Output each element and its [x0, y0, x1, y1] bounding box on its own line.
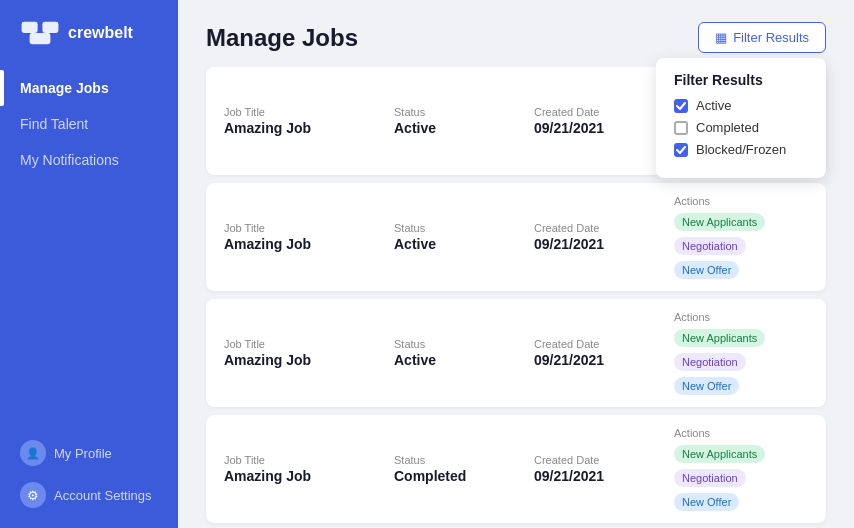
actions-label: Actions — [674, 195, 808, 207]
avatar-icon: 👤 — [20, 440, 46, 466]
status-label: Status — [394, 338, 534, 350]
job-title-value: Amazing Job — [224, 236, 394, 252]
my-profile-item[interactable]: 👤 My Profile — [12, 436, 166, 470]
job-actions-field: Actions New ApplicantsNegotiationNew Off… — [674, 311, 808, 395]
badge-new-offer[interactable]: New Offer — [674, 261, 739, 279]
filter-icon: ▦ — [715, 30, 727, 45]
date-label: Created Date — [534, 106, 674, 118]
sidebar-item-label: My Notifications — [20, 152, 119, 168]
filter-checkbox-completed[interactable] — [674, 121, 688, 135]
badge-negotiation[interactable]: Negotiation — [674, 353, 746, 371]
filter-option-active[interactable]: Active — [674, 98, 808, 113]
svg-rect-2 — [30, 33, 51, 44]
crewbelt-logo — [20, 18, 60, 48]
actions-label: Actions — [674, 311, 808, 323]
filter-checkbox-active[interactable] — [674, 99, 688, 113]
job-title-field: Job Title Amazing Job — [224, 222, 394, 252]
job-title-label: Job Title — [224, 106, 394, 118]
job-actions-field: Actions New ApplicantsNegotiationNew Off… — [674, 427, 808, 511]
status-label: Status — [394, 106, 534, 118]
badge-negotiation[interactable]: Negotiation — [674, 237, 746, 255]
date-label: Created Date — [534, 454, 674, 466]
filter-button-label: Filter Results — [733, 30, 809, 45]
job-card: Job Title Amazing Job Status Active Crea… — [206, 299, 826, 407]
badge-new-offer[interactable]: New Offer — [674, 493, 739, 511]
date-value: 09/21/2021 — [534, 236, 674, 252]
filter-results-button[interactable]: ▦ Filter Results — [698, 22, 826, 53]
filter-option-completed[interactable]: Completed — [674, 120, 808, 135]
job-status-field: Status Active — [394, 106, 534, 136]
filter-checkbox-blocked[interactable] — [674, 143, 688, 157]
sidebar-nav: Manage Jobs Find Talent My Notifications — [0, 66, 178, 420]
badge-negotiation[interactable]: Negotiation — [674, 469, 746, 487]
job-title-label: Job Title — [224, 338, 394, 350]
job-status-field: Status Active — [394, 222, 534, 252]
actions-row: New ApplicantsNegotiationNew Offer — [674, 445, 808, 511]
sidebar-item-label: Find Talent — [20, 116, 88, 132]
job-date-field: Created Date 09/21/2021 — [534, 222, 674, 252]
date-label: Created Date — [534, 338, 674, 350]
page-title: Manage Jobs — [206, 24, 358, 52]
badge-new-applicants[interactable]: New Applicants — [674, 445, 765, 463]
sidebar-item-label: Manage Jobs — [20, 80, 109, 96]
sidebar-bottom: 👤 My Profile ⚙ Account Settings — [0, 420, 178, 528]
status-value: Active — [394, 120, 534, 136]
job-card: Job Title Amazing Job Status Active Crea… — [206, 183, 826, 291]
my-profile-label: My Profile — [54, 446, 112, 461]
actions-label: Actions — [674, 427, 808, 439]
job-card: Job Title Amazing Job Status Completed C… — [206, 415, 826, 523]
main-header: Manage Jobs ▦ Filter Results — [178, 0, 854, 67]
job-title-value: Amazing Job — [224, 352, 394, 368]
job-title-label: Job Title — [224, 222, 394, 234]
job-status-field: Status Active — [394, 338, 534, 368]
date-value: 09/21/2021 — [534, 352, 674, 368]
job-actions-field: Actions New ApplicantsNegotiationNew Off… — [674, 195, 808, 279]
badge-new-applicants[interactable]: New Applicants — [674, 329, 765, 347]
job-title-field: Job Title Amazing Job — [224, 106, 394, 136]
sidebar-item-my-notifications[interactable]: My Notifications — [0, 142, 178, 178]
gear-icon: ⚙ — [20, 482, 46, 508]
filter-label-active: Active — [696, 98, 731, 113]
sidebar-item-manage-jobs[interactable]: Manage Jobs — [0, 70, 178, 106]
main-content: Manage Jobs ▦ Filter Results Filter Resu… — [178, 0, 854, 528]
status-value: Active — [394, 352, 534, 368]
job-date-field: Created Date 09/21/2021 — [534, 338, 674, 368]
filter-label-blocked: Blocked/Frozen — [696, 142, 786, 157]
badge-new-applicants[interactable]: New Applicants — [674, 213, 765, 231]
filter-dropdown-title: Filter Results — [674, 72, 808, 88]
job-date-field: Created Date 09/21/2021 — [534, 106, 674, 136]
job-title-field: Job Title Amazing Job — [224, 338, 394, 368]
account-settings-label: Account Settings — [54, 488, 152, 503]
status-label: Status — [394, 222, 534, 234]
job-date-field: Created Date 09/21/2021 — [534, 454, 674, 484]
status-value: Active — [394, 236, 534, 252]
date-value: 09/21/2021 — [534, 468, 674, 484]
actions-row: New ApplicantsNegotiationNew Offer — [674, 213, 808, 279]
date-value: 09/21/2021 — [534, 120, 674, 136]
badge-new-offer[interactable]: New Offer — [674, 377, 739, 395]
logo-text: crewbelt — [68, 24, 133, 42]
status-label: Status — [394, 454, 534, 466]
filter-label-completed: Completed — [696, 120, 759, 135]
job-title-label: Job Title — [224, 454, 394, 466]
sidebar: crewbelt Manage Jobs Find Talent My Noti… — [0, 0, 178, 528]
job-status-field: Status Completed — [394, 454, 534, 484]
actions-row: New ApplicantsNegotiationNew Offer — [674, 329, 808, 395]
job-title-value: Amazing Job — [224, 120, 394, 136]
filter-option-blocked[interactable]: Blocked/Frozen — [674, 142, 808, 157]
svg-rect-1 — [42, 22, 58, 33]
logo-area: crewbelt — [0, 0, 178, 66]
sidebar-item-find-talent[interactable]: Find Talent — [0, 106, 178, 142]
account-settings-item[interactable]: ⚙ Account Settings — [12, 478, 166, 512]
svg-rect-0 — [22, 22, 38, 33]
job-title-field: Job Title Amazing Job — [224, 454, 394, 484]
date-label: Created Date — [534, 222, 674, 234]
job-title-value: Amazing Job — [224, 468, 394, 484]
filter-dropdown: Filter Results Active Completed Blocked/… — [656, 58, 826, 178]
status-value: Completed — [394, 468, 534, 484]
